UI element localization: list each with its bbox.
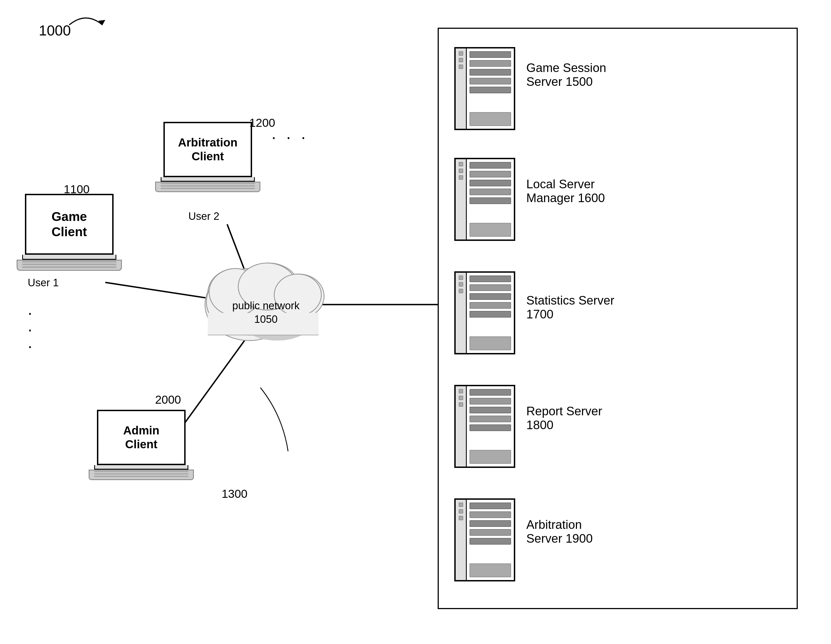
game-client-label: GameClient xyxy=(51,209,87,240)
local-server-manager-label: Local ServerManager 1600 xyxy=(526,177,605,205)
arbitration-client-label: ArbitrationClient xyxy=(178,136,238,164)
ellipsis-dots: · · · xyxy=(271,127,308,146)
arbitration-server-label: ArbitrationServer 1900 xyxy=(526,518,593,545)
svg-marker-4 xyxy=(98,20,105,25)
admin-client-screen: AdminClient xyxy=(97,410,186,465)
arbitration-server xyxy=(454,498,515,582)
game-session-server xyxy=(454,47,515,130)
node-ref-1300: 1300 xyxy=(221,487,247,501)
statistics-server-label: Statistics Server1700 xyxy=(526,294,614,321)
arbitration-client-laptop: ArbitrationClient xyxy=(155,122,260,189)
user2-label: User 2 xyxy=(188,210,220,222)
admin-client-label: AdminClient xyxy=(123,424,159,452)
diagram-id-label: 1000 xyxy=(39,22,71,39)
vertical-dots: ··· xyxy=(28,305,32,355)
public-network-cloud: public network1050 xyxy=(194,249,338,355)
arbitration-client-screen: ArbitrationClient xyxy=(164,122,252,177)
admin-client-laptop: AdminClient xyxy=(89,410,194,477)
node-ref-2000: 2000 xyxy=(155,393,181,406)
local-server-manager xyxy=(454,158,515,241)
report-server-label: Report Server1800 xyxy=(526,404,602,432)
game-session-server-label: Game SessionServer 1500 xyxy=(526,61,607,89)
game-client-screen: GameClient xyxy=(25,194,113,255)
report-server xyxy=(454,385,515,468)
statistics-server xyxy=(454,271,515,355)
network-label: public network1050 xyxy=(208,299,324,326)
node-ref-1100: 1100 xyxy=(64,183,89,196)
user1-label: User 1 xyxy=(28,277,59,289)
game-client-laptop: GameClient xyxy=(17,194,122,268)
